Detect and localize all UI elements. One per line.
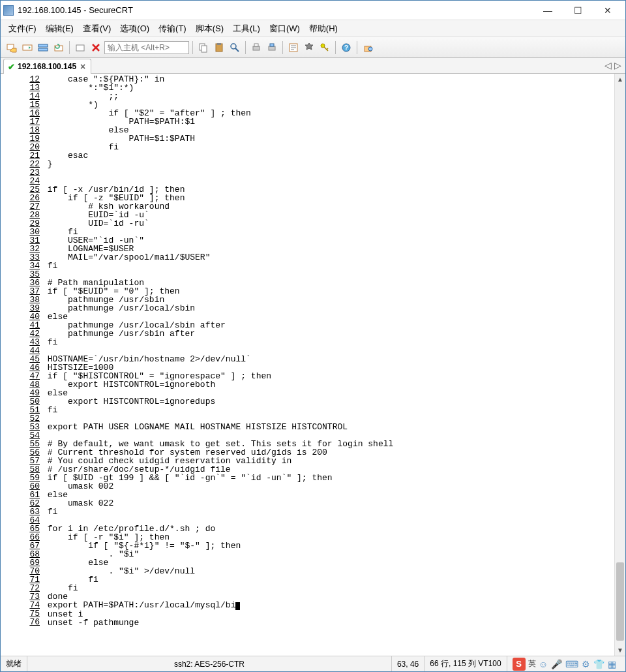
svg-rect-3 <box>38 48 48 51</box>
code-line: umask 002 <box>42 482 614 491</box>
menu-查看[interactable]: 查看(V) <box>79 22 115 36</box>
code-line: if [ $UID -gt 199 ] && [ "`id -gn`" = "`… <box>42 474 614 482</box>
scroll-up-icon[interactable]: ▲ <box>615 74 625 85</box>
paste-icon[interactable] <box>212 40 226 55</box>
code-line: export PATH USER LOGNAME MAIL HOSTNAME H… <box>42 423 614 431</box>
print-icon[interactable] <box>249 40 263 55</box>
tab-prev-icon[interactable]: ◁ <box>604 60 612 70</box>
separator <box>335 41 336 54</box>
statusbar: 就绪 ssh2: AES-256-CTR 63, 46 66 行, 115 列 … <box>1 656 625 671</box>
session-options-icon[interactable] <box>286 40 301 55</box>
menu-选项[interactable]: 选项(O) <box>116 22 153 36</box>
menu-文件[interactable]: 文件(F) <box>5 22 40 36</box>
status-connection: ssh2: AES-256-CTR <box>27 656 392 671</box>
separator <box>282 41 283 54</box>
status-size: 66 行, 115 列 VT100 <box>425 656 507 671</box>
quick-connect-icon[interactable] <box>20 40 35 55</box>
code-line: ;; <box>42 92 614 100</box>
code-line: HOSTNAME=`/usr/bin/hostname 2>/dev/null` <box>42 355 614 363</box>
session-tab[interactable]: ✔ 192.168.100.145 × <box>3 59 91 74</box>
terminal-area[interactable]: 1213141516171819202122232425262728293031… <box>1 74 625 656</box>
maximize-button[interactable]: ☐ <box>563 1 593 20</box>
vertical-scrollbar[interactable]: ▲ ▼ <box>614 74 625 656</box>
code-line: export HISTCONTROL=ignoreboth <box>42 380 614 389</box>
titlebar: 192.168.100.145 - SecureCRT ― ☐ ✕ <box>1 1 625 20</box>
code-line: } <box>42 160 614 168</box>
ime-smiley-icon[interactable]: ☺ <box>539 659 548 669</box>
connect-icon[interactable] <box>5 40 19 55</box>
copy-icon[interactable] <box>196 40 211 55</box>
code-line: UID=`id -ru` <box>42 219 614 228</box>
key-icon[interactable] <box>318 40 332 55</box>
host-input[interactable] <box>104 41 189 54</box>
ime-keyboard-icon[interactable]: ⌨ <box>565 659 578 669</box>
cursor <box>235 602 240 610</box>
menu-工具[interactable]: 工具(L) <box>229 22 264 36</box>
menu-脚本[interactable]: 脚本(S) <box>192 22 228 36</box>
ime-tools: ☺ 🎤 ⌨ ⚙ 👕 ▦ <box>539 659 616 669</box>
help-icon[interactable]: ? <box>339 40 353 55</box>
ime-mic-icon[interactable]: 🎤 <box>551 659 562 669</box>
connected-check-icon: ✔ <box>8 62 15 72</box>
status-ready: 就绪 <box>5 656 27 671</box>
code-line: esac <box>42 151 614 160</box>
code-line: PATH=$1:$PATH <box>42 134 614 143</box>
reconnect-icon[interactable] <box>52 40 66 55</box>
code-line: fi <box>42 406 614 414</box>
code-line: fi <box>42 508 614 516</box>
code-line <box>42 168 614 177</box>
svg-rect-2 <box>38 44 48 47</box>
cancel-icon[interactable] <box>89 40 103 55</box>
ime-grid-icon[interactable]: ▦ <box>608 659 616 669</box>
ime-clothes-icon[interactable]: 👕 <box>593 659 604 669</box>
disconnect-icon[interactable] <box>73 40 87 55</box>
menu-窗口[interactable]: 窗口(W) <box>265 22 304 36</box>
menu-传输[interactable]: 传输(T) <box>155 22 190 36</box>
code-line: fi <box>42 262 614 270</box>
code-line: pathmunge /usr/sbin after <box>42 329 614 338</box>
svg-rect-5 <box>76 45 84 51</box>
global-options-icon[interactable] <box>302 40 316 55</box>
connect-bar-icon[interactable] <box>36 40 50 55</box>
minimize-button[interactable]: ― <box>533 1 563 20</box>
lock-icon[interactable] <box>361 40 375 55</box>
ime-brand-icon[interactable]: S <box>513 658 526 671</box>
tab-label: 192.168.100.145 <box>18 62 76 71</box>
svg-rect-7 <box>201 46 207 52</box>
separator <box>69 41 70 54</box>
close-button[interactable]: ✕ <box>593 1 623 20</box>
print-screen-icon[interactable] <box>265 40 279 55</box>
code-line: umask 022 <box>42 499 614 508</box>
code-line: . "$i" >/dev/null <box>42 567 614 575</box>
app-icon <box>3 5 14 16</box>
svg-text:?: ? <box>344 44 348 52</box>
tab-next-icon[interactable]: ▷ <box>614 60 621 70</box>
toolbar: ? <box>1 37 625 58</box>
scroll-track[interactable] <box>615 85 625 645</box>
ime-lang[interactable]: 英 <box>528 658 536 669</box>
svg-rect-13 <box>269 46 275 50</box>
tab-close-icon[interactable]: × <box>79 61 87 72</box>
menubar: 文件(F)编辑(E)查看(V)选项(O)传输(T)脚本(S)工具(L)窗口(W)… <box>1 20 625 37</box>
code-line: unset -f pathmunge <box>42 619 614 627</box>
menu-帮助[interactable]: 帮助(H) <box>305 22 342 36</box>
line-number: 76 <box>1 618 42 626</box>
code-line: . "$i" <box>42 550 614 558</box>
svg-point-20 <box>368 47 372 51</box>
code-line: else <box>42 491 614 499</box>
scroll-down-icon[interactable]: ▼ <box>615 645 625 656</box>
ime-panel: S 英 ☺ 🎤 ⌨ ⚙ 👕 ▦ <box>507 656 621 671</box>
ime-settings-icon[interactable]: ⚙ <box>582 659 590 669</box>
code-line: fi <box>42 143 614 151</box>
find-icon[interactable] <box>228 40 242 55</box>
code-line: fi <box>42 584 614 592</box>
scroll-thumb[interactable] <box>616 562 624 641</box>
svg-rect-9 <box>217 43 221 45</box>
code-content[interactable]: case ":${PATH}:" in *:"$1":*) ;; *) if [… <box>42 75 614 654</box>
svg-rect-14 <box>270 44 274 46</box>
menu-编辑[interactable]: 编辑(E) <box>42 22 78 36</box>
tabbar: ✔ 192.168.100.145 × ◁ ▷ <box>1 58 625 74</box>
separator <box>245 41 246 54</box>
code-line: pathmunge /usr/local/sbin <box>42 304 614 313</box>
code-line: fi <box>42 575 614 584</box>
